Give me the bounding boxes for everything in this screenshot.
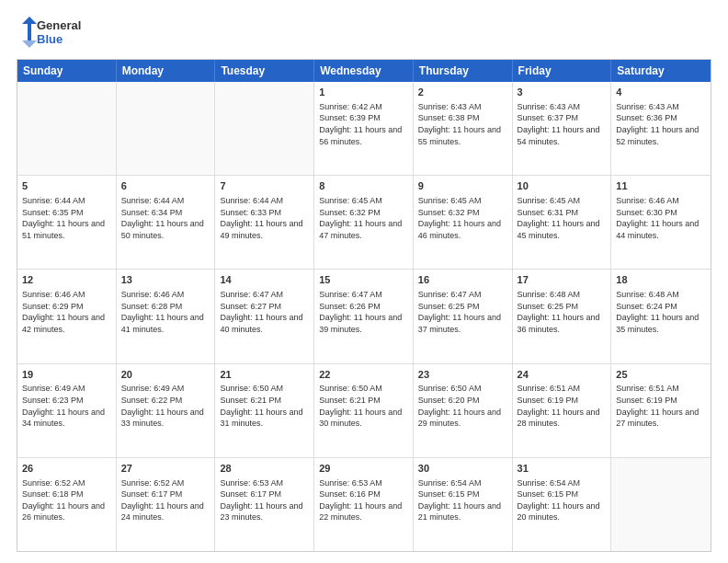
calendar-cell: 5Sunrise: 6:44 AM Sunset: 6:35 PM Daylig… [17,176,117,269]
calendar-row: 1Sunrise: 6:42 AM Sunset: 6:39 PM Daylig… [17,82,711,175]
calendar-cell: 3Sunrise: 6:43 AM Sunset: 6:37 PM Daylig… [513,82,612,175]
day-number: 19 [22,368,111,382]
day-info: Sunrise: 6:52 AM Sunset: 6:18 PM Dayligh… [22,477,111,523]
day-number: 15 [319,273,408,287]
day-info: Sunrise: 6:44 AM Sunset: 6:35 PM Dayligh… [22,195,111,241]
day-info: Sunrise: 6:44 AM Sunset: 6:33 PM Dayligh… [220,195,309,241]
day-info: Sunrise: 6:48 AM Sunset: 6:25 PM Dayligh… [518,289,607,335]
day-number: 18 [616,273,706,287]
calendar-header: SundayMondayTuesdayWednesdayThursdayFrid… [17,60,711,82]
calendar-cell [215,82,314,175]
day-info: Sunrise: 6:49 AM Sunset: 6:23 PM Dayligh… [22,383,111,429]
calendar-cell: 25Sunrise: 6:51 AM Sunset: 6:19 PM Dayli… [611,364,711,457]
day-info: Sunrise: 6:54 AM Sunset: 6:15 PM Dayligh… [518,477,607,523]
calendar: SundayMondayTuesdayWednesdayThursdayFrid… [17,59,711,552]
day-info: Sunrise: 6:53 AM Sunset: 6:17 PM Dayligh… [220,477,309,523]
day-number: 29 [319,462,408,476]
calendar-cell: 8Sunrise: 6:45 AM Sunset: 6:32 PM Daylig… [314,176,414,269]
calendar-row: 5Sunrise: 6:44 AM Sunset: 6:35 PM Daylig… [17,175,711,269]
day-info: Sunrise: 6:53 AM Sunset: 6:16 PM Dayligh… [319,477,408,523]
weekday-header: Sunday [17,60,117,82]
day-info: Sunrise: 6:47 AM Sunset: 6:26 PM Dayligh… [319,289,408,335]
day-number: 4 [616,86,706,99]
day-info: Sunrise: 6:43 AM Sunset: 6:36 PM Dayligh… [616,101,706,147]
day-number: 21 [220,368,309,382]
calendar-cell: 13Sunrise: 6:46 AM Sunset: 6:28 PM Dayli… [117,270,216,362]
day-number: 7 [220,179,309,193]
calendar-cell: 10Sunrise: 6:45 AM Sunset: 6:31 PM Dayli… [513,176,612,269]
day-number: 23 [418,368,507,382]
calendar-cell: 2Sunrise: 6:43 AM Sunset: 6:38 PM Daylig… [414,82,513,175]
day-number: 20 [121,368,210,382]
calendar-cell [117,82,216,175]
day-number: 1 [319,86,408,99]
day-info: Sunrise: 6:49 AM Sunset: 6:22 PM Dayligh… [121,383,210,429]
calendar-cell [17,82,117,175]
day-info: Sunrise: 6:45 AM Sunset: 6:32 PM Dayligh… [418,195,507,241]
weekday-header: Thursday [414,60,513,82]
calendar-body: 1Sunrise: 6:42 AM Sunset: 6:39 PM Daylig… [17,82,711,551]
day-number: 3 [518,86,607,99]
calendar-cell: 29Sunrise: 6:53 AM Sunset: 6:16 PM Dayli… [314,458,414,551]
calendar-cell: 7Sunrise: 6:44 AM Sunset: 6:33 PM Daylig… [215,176,314,269]
day-info: Sunrise: 6:45 AM Sunset: 6:31 PM Dayligh… [518,195,607,241]
day-info: Sunrise: 6:46 AM Sunset: 6:30 PM Dayligh… [616,195,706,241]
svg-marker-3 [22,40,37,48]
logo-svg: General Blue [17,15,81,50]
calendar-cell: 21Sunrise: 6:50 AM Sunset: 6:21 PM Dayli… [215,364,314,457]
day-number: 5 [22,179,111,193]
logo: General Blue [17,15,81,50]
weekday-header: Monday [117,60,216,82]
day-number: 31 [518,462,607,476]
day-number: 11 [616,179,706,193]
calendar-cell: 6Sunrise: 6:44 AM Sunset: 6:34 PM Daylig… [117,176,216,269]
day-info: Sunrise: 6:50 AM Sunset: 6:21 PM Dayligh… [220,383,309,429]
calendar-cell: 9Sunrise: 6:45 AM Sunset: 6:32 PM Daylig… [414,176,513,269]
calendar-cell: 24Sunrise: 6:51 AM Sunset: 6:19 PM Dayli… [513,364,612,457]
calendar-cell: 14Sunrise: 6:47 AM Sunset: 6:27 PM Dayli… [215,270,314,362]
calendar-cell: 18Sunrise: 6:48 AM Sunset: 6:24 PM Dayli… [611,270,711,362]
day-number: 28 [220,462,309,476]
day-info: Sunrise: 6:50 AM Sunset: 6:21 PM Dayligh… [319,383,408,429]
day-number: 27 [121,462,210,476]
calendar-cell [611,458,711,551]
day-number: 6 [121,179,210,193]
calendar-cell: 30Sunrise: 6:54 AM Sunset: 6:15 PM Dayli… [414,458,513,551]
svg-marker-2 [22,17,37,24]
calendar-cell: 31Sunrise: 6:54 AM Sunset: 6:15 PM Dayli… [513,458,612,551]
calendar-cell: 12Sunrise: 6:46 AM Sunset: 6:29 PM Dayli… [17,270,117,362]
calendar-cell: 1Sunrise: 6:42 AM Sunset: 6:39 PM Daylig… [314,82,414,175]
day-number: 17 [518,273,607,287]
day-number: 16 [418,273,507,287]
svg-rect-4 [28,24,31,40]
day-number: 26 [22,462,111,476]
day-info: Sunrise: 6:43 AM Sunset: 6:38 PM Dayligh… [418,101,507,147]
day-info: Sunrise: 6:44 AM Sunset: 6:34 PM Dayligh… [121,195,210,241]
weekday-header: Friday [513,60,612,82]
calendar-cell: 23Sunrise: 6:50 AM Sunset: 6:20 PM Dayli… [414,364,513,457]
calendar-row: 19Sunrise: 6:49 AM Sunset: 6:23 PM Dayli… [17,363,711,457]
calendar-row: 26Sunrise: 6:52 AM Sunset: 6:18 PM Dayli… [17,457,711,551]
page: General Blue SundayMondayTuesdayWednesda… [0,0,728,563]
calendar-cell: 20Sunrise: 6:49 AM Sunset: 6:22 PM Dayli… [117,364,216,457]
day-info: Sunrise: 6:42 AM Sunset: 6:39 PM Dayligh… [319,101,408,147]
calendar-cell: 26Sunrise: 6:52 AM Sunset: 6:18 PM Dayli… [17,458,117,551]
day-number: 10 [518,179,607,193]
calendar-cell: 11Sunrise: 6:46 AM Sunset: 6:30 PM Dayli… [611,176,711,269]
day-info: Sunrise: 6:46 AM Sunset: 6:28 PM Dayligh… [121,289,210,335]
weekday-header: Tuesday [215,60,314,82]
day-number: 12 [22,273,111,287]
day-info: Sunrise: 6:46 AM Sunset: 6:29 PM Dayligh… [22,289,111,335]
calendar-cell: 16Sunrise: 6:47 AM Sunset: 6:25 PM Dayli… [414,270,513,362]
day-number: 2 [418,86,507,99]
weekday-header: Wednesday [314,60,414,82]
calendar-cell: 27Sunrise: 6:52 AM Sunset: 6:17 PM Dayli… [117,458,216,551]
day-info: Sunrise: 6:47 AM Sunset: 6:25 PM Dayligh… [418,289,507,335]
day-number: 24 [518,368,607,382]
calendar-cell: 15Sunrise: 6:47 AM Sunset: 6:26 PM Dayli… [314,270,414,362]
weekday-header: Saturday [611,60,711,82]
calendar-cell: 28Sunrise: 6:53 AM Sunset: 6:17 PM Dayli… [215,458,314,551]
calendar-cell: 19Sunrise: 6:49 AM Sunset: 6:23 PM Dayli… [17,364,117,457]
day-info: Sunrise: 6:50 AM Sunset: 6:20 PM Dayligh… [418,383,507,429]
day-number: 25 [616,368,706,382]
